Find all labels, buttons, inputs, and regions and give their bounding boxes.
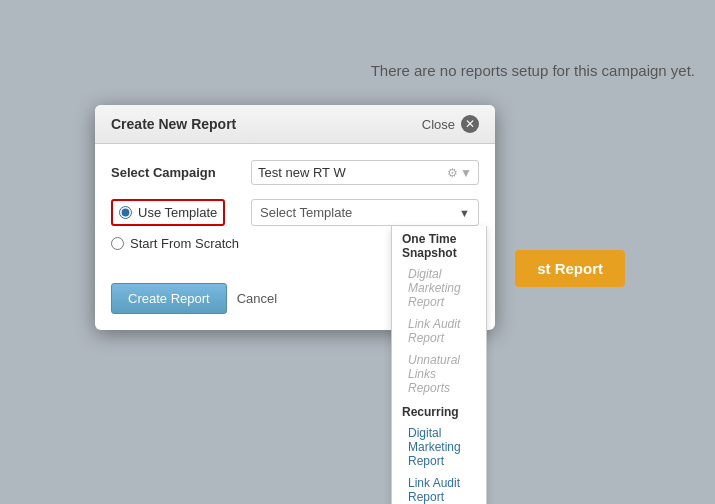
gear-icon: ⚙ bbox=[447, 166, 458, 180]
scratch-label: Start From Scratch bbox=[130, 236, 239, 251]
group1-label: One Time Snapshot bbox=[392, 226, 486, 263]
modal-header: Create New Report Close ✕ bbox=[95, 105, 495, 144]
dropdown-item-link-recurring[interactable]: Link Audit Report bbox=[392, 472, 486, 504]
campaign-select-area: Test new RT W ⚙ ▼ bbox=[251, 160, 479, 185]
page-background: There are no reports setup for this camp… bbox=[0, 0, 715, 504]
dropdown-item-unnatural-snapshot: Unnatural Links Reports bbox=[392, 349, 486, 399]
use-template-radio[interactable] bbox=[119, 206, 132, 219]
modal-title: Create New Report bbox=[111, 116, 236, 132]
select-arrow-icon: ▼ bbox=[459, 207, 470, 219]
group2-label: Recurring bbox=[392, 399, 486, 422]
template-select-wrap[interactable]: Select Template ▼ bbox=[251, 199, 479, 226]
scratch-radio[interactable] bbox=[111, 237, 124, 250]
cancel-button[interactable]: Cancel bbox=[237, 291, 277, 306]
modal-close-label: Close bbox=[422, 117, 455, 132]
template-select-right: Select Template ▼ One Time Snapshot Digi… bbox=[251, 199, 479, 226]
dropdown-arrow-icon: ▼ bbox=[460, 166, 472, 180]
campaign-select-text: Test new RT W bbox=[258, 165, 447, 180]
dropdown-item-digital-recurring[interactable]: Digital Marketing Report bbox=[392, 422, 486, 472]
modal-close-button[interactable]: ✕ bbox=[461, 115, 479, 133]
create-report-button[interactable]: Create Report bbox=[111, 283, 227, 314]
campaign-select-wrap[interactable]: Test new RT W ⚙ ▼ bbox=[251, 160, 479, 185]
template-dropdown-list: One Time Snapshot Digital Marketing Repo… bbox=[391, 226, 487, 504]
dropdown-item-link-snapshot: Link Audit Report bbox=[392, 313, 486, 349]
use-template-label-area: Use Template bbox=[111, 199, 251, 226]
modal-overlay: Create New Report Close ✕ Select Campaig… bbox=[0, 0, 715, 504]
campaign-icons: ⚙ ▼ bbox=[447, 166, 472, 180]
select-campaign-row: Select Campaign Test new RT W ⚙ ▼ bbox=[111, 160, 479, 185]
modal-close-area[interactable]: Close ✕ bbox=[422, 115, 479, 133]
use-template-label: Use Template bbox=[138, 205, 217, 220]
template-select-text: Select Template bbox=[260, 205, 352, 220]
create-report-modal: Create New Report Close ✕ Select Campaig… bbox=[95, 105, 495, 330]
modal-body: Select Campaign Test new RT W ⚙ ▼ bbox=[95, 144, 495, 283]
dropdown-item-digital-snapshot: Digital Marketing Report bbox=[392, 263, 486, 313]
scratch-radio-area[interactable]: Start From Scratch bbox=[111, 236, 239, 251]
use-template-box[interactable]: Use Template bbox=[111, 199, 225, 226]
use-template-row: Use Template Select Template ▼ One Time … bbox=[111, 199, 479, 226]
select-campaign-label: Select Campaign bbox=[111, 165, 251, 180]
